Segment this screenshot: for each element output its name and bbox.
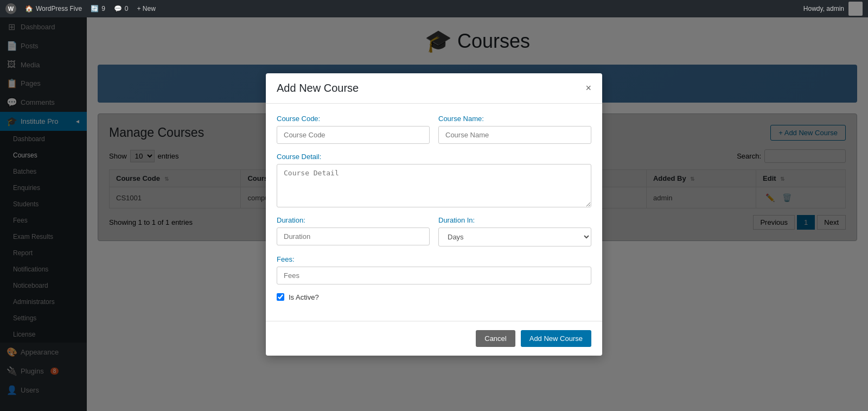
form-group-course-name: Course Name: [438, 115, 591, 144]
form-group-duration-in: Duration In: Days Weeks Months Years [438, 216, 591, 246]
updates-icon: 🔄 [91, 5, 99, 12]
form-group-course-detail: Course Detail: [277, 153, 591, 207]
form-row-4: Fees: [277, 255, 591, 284]
admin-bar: W 🏠 WordPress Five 🔄 9 💬 0 + New Howdy, … [0, 0, 868, 17]
comments-icon: 💬 [114, 5, 122, 12]
modal-body: Course Code: Course Name: Course Detail: [266, 104, 602, 321]
course-detail-textarea[interactable] [277, 164, 591, 207]
howdy-text: Howdy, admin [803, 5, 844, 12]
modal-footer: Cancel Add New Course [266, 321, 602, 356]
fees-input[interactable] [277, 267, 591, 284]
duration-in-select[interactable]: Days Weeks Months Years [438, 227, 591, 246]
modal-overlay: Add New Course × Course Code: Course Nam… [0, 17, 868, 411]
duration-in-label: Duration In: [438, 216, 591, 224]
add-course-modal: Add New Course × Course Code: Course Nam… [266, 73, 602, 356]
course-name-label: Course Name: [438, 115, 591, 123]
modal-title: Add New Course [277, 82, 359, 94]
updates-item[interactable]: 🔄 9 [91, 5, 105, 12]
wp-logo-icon: W [5, 3, 16, 14]
is-active-checkbox[interactable] [277, 293, 284, 301]
course-code-label: Course Code: [277, 115, 430, 123]
course-name-input[interactable] [438, 126, 591, 144]
course-code-input[interactable] [277, 126, 430, 144]
site-icon: 🏠 [25, 5, 33, 12]
course-detail-label: Course Detail: [277, 153, 591, 161]
form-row-3: Duration: Duration In: Days Weeks Months… [277, 216, 591, 246]
fees-label: Fees: [277, 255, 591, 263]
form-group-course-code: Course Code: [277, 115, 430, 144]
is-active-label: Is Active? [289, 293, 319, 301]
wp-logo[interactable]: W [5, 3, 16, 14]
add-new-course-submit-button[interactable]: Add New Course [521, 330, 591, 347]
cancel-button[interactable]: Cancel [476, 330, 515, 347]
new-item[interactable]: + New [137, 5, 156, 12]
checkbox-row: Is Active? [277, 293, 591, 301]
form-row-1: Course Code: Course Name: [277, 115, 591, 144]
avatar [848, 2, 863, 16]
form-group-duration: Duration: [277, 216, 430, 246]
modal-header: Add New Course × [266, 73, 602, 104]
form-group-fees: Fees: [277, 255, 591, 284]
comments-item[interactable]: 💬 0 [114, 5, 129, 12]
main-content-area: 🎓 Courses Manage Courses + Add New Cours… [87, 17, 868, 411]
form-row-2: Course Detail: [277, 153, 591, 207]
duration-label: Duration: [277, 216, 430, 224]
modal-close-button[interactable]: × [585, 83, 591, 93]
duration-input[interactable] [277, 227, 430, 245]
site-name[interactable]: 🏠 WordPress Five [25, 5, 82, 12]
